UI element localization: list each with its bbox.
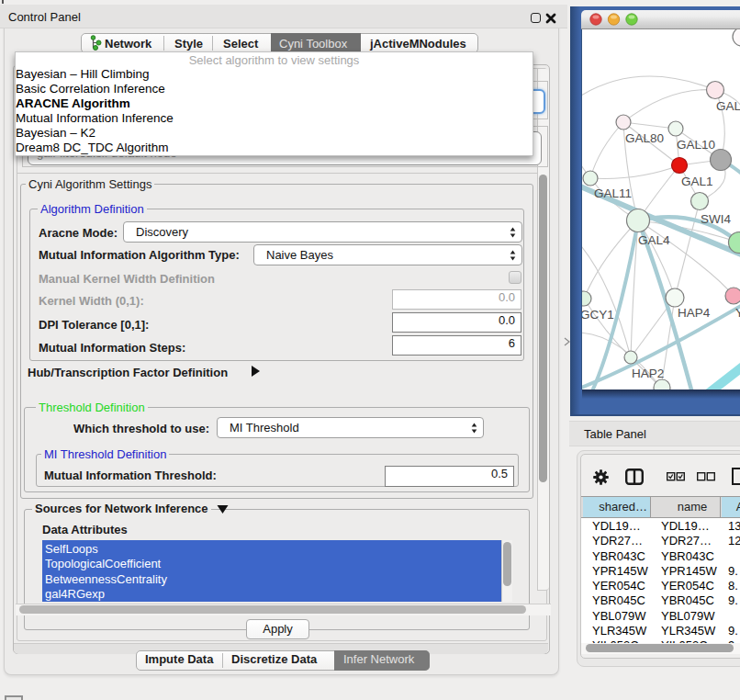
svg-text:GAL1: GAL1 bbox=[681, 175, 713, 188]
svg-text:GAL10: GAL10 bbox=[677, 138, 715, 152]
svg-text:SWI4: SWI4 bbox=[701, 212, 731, 226]
svg-text:GAL7: GAL7 bbox=[716, 99, 740, 113]
svg-text:Y: Y bbox=[735, 306, 740, 320]
svg-text:GAL80: GAL80 bbox=[625, 131, 664, 145]
svg-text:HAP2: HAP2 bbox=[632, 367, 664, 380]
svg-text:GCY1: GCY1 bbox=[582, 308, 614, 322]
svg-text:HAP4: HAP4 bbox=[678, 306, 711, 320]
svg-text:GAL11: GAL11 bbox=[594, 186, 632, 200]
svg-text:GAL4: GAL4 bbox=[638, 233, 670, 247]
